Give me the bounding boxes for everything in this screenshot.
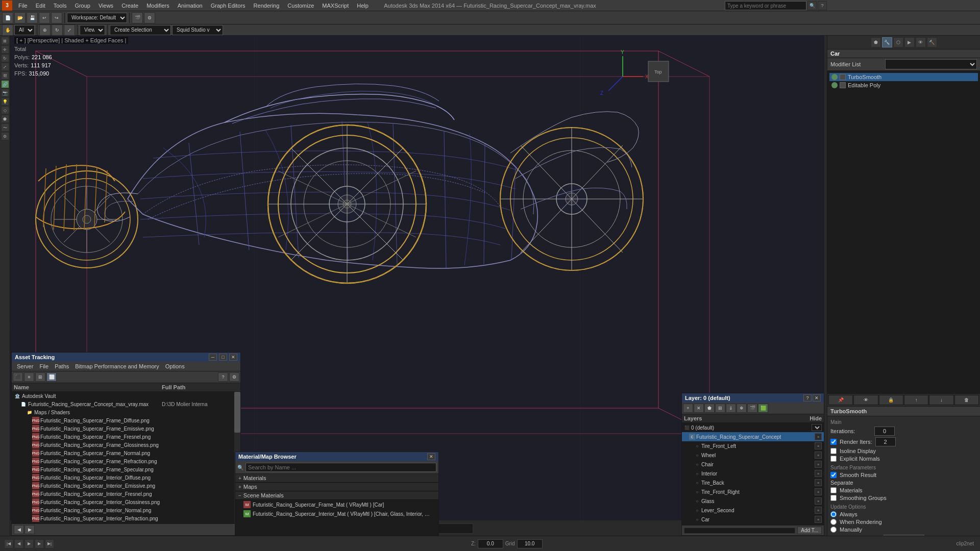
lt-select[interactable]: ⊞: [1, 37, 9, 45]
save-btn[interactable]: 💾: [27, 12, 38, 23]
ts-smooth-result-check[interactable]: [830, 472, 837, 478]
at-row-img6[interactable]: PNG Futuristic_Racing_Supercar_Frame_Ref…: [12, 457, 240, 465]
lt-move[interactable]: ✛: [1, 45, 9, 54]
menu-create[interactable]: Create: [117, 2, 142, 10]
lm-help-btn[interactable]: ?: [803, 394, 812, 402]
rotate-btn[interactable]: ↻: [52, 24, 63, 36]
mod-show-btn[interactable]: 👁: [853, 395, 878, 405]
at-row-img13[interactable]: PNG Futuristic_Racing_Supercar_Interior_…: [12, 514, 240, 522]
ts-iterations-input[interactable]: [874, 427, 895, 436]
menu-edit[interactable]: Edit: [32, 2, 50, 10]
scale-btn[interactable]: ⤢: [64, 24, 75, 36]
lt-rotate[interactable]: ↻: [1, 54, 9, 62]
search-input[interactable]: [725, 1, 806, 10]
lm-default-hide-select[interactable]: ▼: [812, 424, 822, 431]
at-row-img12[interactable]: PNG Futuristic_Racing_Supercar_Interior_…: [12, 506, 240, 514]
menu-group[interactable]: Group: [70, 2, 94, 10]
z-input[interactable]: [478, 539, 503, 548]
ts-when-rendering-radio[interactable]: [830, 519, 837, 525]
lm-tfl-hide-btn[interactable]: ≡: [815, 442, 822, 449]
lm-row-chair[interactable]: ○ Chair ≡: [682, 460, 824, 469]
lm-row-lever[interactable]: ○ Lever_Second ≡: [682, 506, 824, 515]
lm-color-btn[interactable]: 🟩: [758, 404, 768, 413]
rp-utilities-icon[interactable]: 🔨: [927, 37, 937, 47]
lt-scale[interactable]: ⤢: [1, 63, 9, 71]
mb-item-frame[interactable]: M Futuristic_Racing_Supercar_Frame_Mat (…: [235, 500, 438, 509]
at-help-btn[interactable]: ?: [218, 372, 228, 382]
lm-new-layer-btn[interactable]: +: [683, 404, 693, 413]
lm-merge-btn[interactable]: ⇓: [726, 404, 736, 413]
at-menu-bitmap[interactable]: Bitmap Performance and Memory: [72, 363, 162, 370]
ts-always-radio[interactable]: [830, 511, 837, 517]
squid-studio[interactable]: Squid Studio v: [172, 25, 223, 35]
pb-end-btn[interactable]: ▶|: [45, 539, 54, 548]
lm-row-glass[interactable]: ○ Glass ≡: [682, 496, 824, 506]
at-tool-2[interactable]: ≡: [24, 372, 34, 382]
lm-row-interior[interactable]: ○ Interior ≡: [682, 469, 824, 478]
new-btn[interactable]: 📄: [2, 12, 13, 23]
lm-select-btn[interactable]: ⊞: [715, 404, 725, 413]
rp-motion-icon[interactable]: ▶: [904, 37, 915, 47]
lt-system[interactable]: ⚙: [1, 132, 9, 140]
ts-manually-radio[interactable]: [830, 527, 837, 533]
mb-search-input[interactable]: [246, 463, 436, 472]
at-maximize-btn[interactable]: □: [219, 354, 227, 361]
at-row-maps[interactable]: 📁 Maps / Shaders: [12, 408, 240, 416]
menu-graph-editors[interactable]: Graph Editors: [207, 2, 250, 10]
ts-header[interactable]: TurboSmooth: [827, 407, 980, 416]
lm-freeze-btn[interactable]: ❄: [737, 404, 747, 413]
at-tool-4[interactable]: ⬜: [46, 372, 57, 382]
open-btn[interactable]: 📂: [14, 12, 26, 23]
lm-lever-hide-btn[interactable]: ≡: [815, 507, 822, 514]
pb-next-btn[interactable]: ▶: [35, 539, 44, 548]
pb-prev-btn[interactable]: ◀: [14, 539, 23, 548]
rp-create-icon[interactable]: ⬟: [871, 37, 881, 47]
mod-delete-btn[interactable]: 🗑: [954, 395, 979, 405]
at-row-img11[interactable]: PNG Futuristic_Racing_Supercar_Interior_…: [12, 498, 240, 506]
at-tool-3[interactable]: ⊞: [35, 372, 45, 382]
lm-close-btn[interactable]: ✕: [813, 394, 821, 402]
at-row-img9[interactable]: PNG Futuristic_Racing_Supercar_Interior_…: [12, 482, 240, 490]
at-row-img2[interactable]: PNG Futuristic_Racing_Supercar_Frame_Emi…: [12, 424, 240, 433]
select-btn[interactable]: ✋: [2, 24, 13, 36]
at-row-img3[interactable]: PNG Futuristic_Racing_Supercar_Frame_Fre…: [12, 433, 240, 441]
at-next-btn[interactable]: ▶: [24, 525, 35, 534]
at-file-list[interactable]: 🏦 Autodesk Vault 📄 Futuristic_Racing_Sup…: [12, 392, 240, 523]
lm-layer-list[interactable]: ⬛ 0 (default) ▼ C Futuristic_Racing_Supe…: [682, 423, 824, 525]
mb-close-btn[interactable]: ✕: [427, 453, 435, 460]
undo-btn[interactable]: ↩: [39, 12, 50, 23]
redo-btn[interactable]: ↪: [51, 12, 62, 23]
lm-row-wheel[interactable]: ○ Wheel ≡: [682, 450, 824, 460]
mb-materials-header[interactable]: + Materials: [235, 474, 438, 483]
menu-views[interactable]: Views: [94, 2, 117, 10]
lm-tfr-hide-btn[interactable]: ≡: [815, 488, 822, 495]
at-menu-server[interactable]: Server: [14, 363, 36, 370]
at-menu-options[interactable]: Options: [162, 363, 188, 370]
pb-play-btn[interactable]: ▶: [24, 539, 34, 548]
selection-mode[interactable]: Create Selection: [110, 25, 171, 35]
lm-row-car[interactable]: ○ Car ≡: [682, 515, 824, 524]
lm-row-tire-front-left[interactable]: ○ Tire_Front_Left ≡: [682, 441, 824, 450]
at-menu-file[interactable]: File: [36, 363, 52, 370]
ts-render-iters-input[interactable]: [875, 437, 896, 446]
rp-hierarchy-icon[interactable]: ⬡: [893, 37, 903, 47]
mb-item-interior[interactable]: M Futuristic_Racing_Supercar_Interior_Ma…: [235, 509, 438, 518]
lm-render-btn[interactable]: 🎬: [747, 404, 757, 413]
lm-concept-hide-btn[interactable]: ≡: [815, 433, 822, 440]
lm-car-hide-btn[interactable]: ≡: [815, 516, 822, 523]
lm-add-to-btn[interactable]: Add T...: [797, 527, 822, 534]
at-row-img1[interactable]: PNG Futuristic_Racing_Supercar_Frame_Dif…: [12, 416, 240, 424]
at-row-img7[interactable]: PNG Futuristic_Racing_Supercar_Frame_Spe…: [12, 465, 240, 473]
lm-interior-hide-btn[interactable]: ≡: [815, 470, 822, 477]
at-settings-btn[interactable]: ⚙: [229, 372, 239, 382]
ts-render-iters-check[interactable]: [830, 439, 837, 445]
at-menu-paths[interactable]: Paths: [52, 363, 72, 370]
lm-hscrollbar[interactable]: [684, 528, 795, 534]
lt-shapes[interactable]: ◇: [1, 106, 9, 114]
lt-link[interactable]: ⛓: [1, 71, 9, 80]
mod-move-up-btn[interactable]: ↑: [904, 395, 928, 405]
view-dropdown[interactable]: View: [80, 25, 105, 35]
lm-wheel-hide-btn[interactable]: ≡: [815, 452, 822, 459]
at-row-img8[interactable]: PNG Futuristic_Racing_Supercar_Interior_…: [12, 473, 240, 482]
menu-customize[interactable]: Customize: [283, 2, 318, 10]
